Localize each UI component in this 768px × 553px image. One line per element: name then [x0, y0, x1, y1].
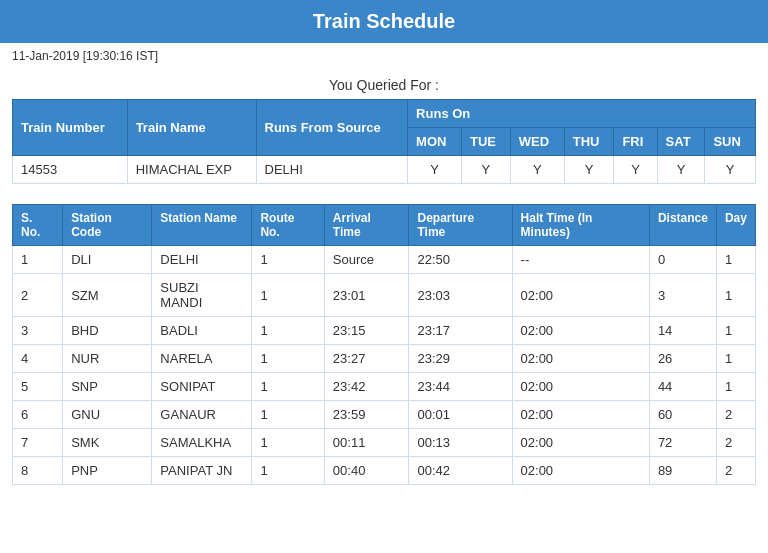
table-row: 7SMKSAMALKHA100:1100:1302:00722: [13, 429, 756, 457]
table-cell: BHD: [63, 317, 152, 345]
run-day-cell: Y: [614, 156, 657, 184]
table-cell: 1: [252, 429, 324, 457]
table-cell: 1: [252, 345, 324, 373]
table-cell: BADLI: [152, 317, 252, 345]
table-cell: 1: [716, 317, 755, 345]
table-cell: 23:44: [409, 373, 512, 401]
table-cell: PANIPAT JN: [152, 457, 252, 485]
table-cell: 1: [252, 246, 324, 274]
train-name-cell: HIMACHAL EXP: [127, 156, 256, 184]
sched-col-header: Arrival Time: [324, 205, 409, 246]
table-cell: 60: [649, 401, 716, 429]
table-cell: 2: [13, 274, 63, 317]
table-cell: 1: [252, 373, 324, 401]
table-cell: SNP: [63, 373, 152, 401]
table-cell: 1: [252, 401, 324, 429]
table-cell: 02:00: [512, 373, 649, 401]
table-row: 8PNPPANIPAT JN100:4000:4202:00892: [13, 457, 756, 485]
table-cell: 6: [13, 401, 63, 429]
table-cell: DELHI: [152, 246, 252, 274]
table-cell: 72: [649, 429, 716, 457]
table-cell: 26: [649, 345, 716, 373]
table-cell: NARELA: [152, 345, 252, 373]
table-cell: 14: [649, 317, 716, 345]
table-cell: 7: [13, 429, 63, 457]
table-cell: 1: [716, 373, 755, 401]
table-cell: 00:13: [409, 429, 512, 457]
table-cell: 1: [716, 246, 755, 274]
table-cell: 00:01: [409, 401, 512, 429]
run-day-cell: Y: [510, 156, 564, 184]
table-cell: DLI: [63, 246, 152, 274]
table-cell: 23:15: [324, 317, 409, 345]
page-header: Train Schedule: [0, 0, 768, 43]
table-cell: 4: [13, 345, 63, 373]
runs-from-source-cell: DELHI: [256, 156, 408, 184]
table-cell: 1: [252, 457, 324, 485]
table-row: 2SZMSUBZI MANDI123:0123:0302:0031: [13, 274, 756, 317]
day-header-wed: WED: [510, 128, 564, 156]
run-day-cell: Y: [657, 156, 705, 184]
table-cell: 22:50: [409, 246, 512, 274]
table-cell: 8: [13, 457, 63, 485]
table-cell: 3: [649, 274, 716, 317]
run-day-cell: Y: [461, 156, 510, 184]
table-row: 1DLIDELHI1Source22:50--01: [13, 246, 756, 274]
table-cell: SAMALKHA: [152, 429, 252, 457]
day-header-sun: SUN: [705, 128, 756, 156]
table-cell: --: [512, 246, 649, 274]
table-cell: 5: [13, 373, 63, 401]
table-cell: PNP: [63, 457, 152, 485]
schedule-table: S. No.Station CodeStation NameRoute No.A…: [12, 204, 756, 485]
table-cell: 44: [649, 373, 716, 401]
schedule-section: S. No.Station CodeStation NameRoute No.A…: [0, 196, 768, 497]
table-cell: 23:29: [409, 345, 512, 373]
table-cell: 00:11: [324, 429, 409, 457]
table-cell: 23:03: [409, 274, 512, 317]
sched-col-header: Halt Time (In Minutes): [512, 205, 649, 246]
table-cell: 02:00: [512, 317, 649, 345]
table-cell: 00:40: [324, 457, 409, 485]
sched-col-header: Day: [716, 205, 755, 246]
page-title: Train Schedule: [313, 10, 455, 32]
table-cell: 23:59: [324, 401, 409, 429]
table-cell: 1: [252, 274, 324, 317]
col-train-name: Train Name: [127, 100, 256, 156]
col-runs-from-source: Runs From Source: [256, 100, 408, 156]
table-cell: NUR: [63, 345, 152, 373]
table-cell: 02:00: [512, 401, 649, 429]
col-runs-on: Runs On: [408, 100, 756, 128]
col-train-number: Train Number: [13, 100, 128, 156]
table-cell: 02:00: [512, 457, 649, 485]
table-cell: 23:42: [324, 373, 409, 401]
day-header-fri: FRI: [614, 128, 657, 156]
table-cell: 02:00: [512, 345, 649, 373]
table-cell: 23:27: [324, 345, 409, 373]
train-info-table: Train Number Train Name Runs From Source…: [12, 99, 756, 184]
table-row: 3BHDBADLI123:1523:1702:00141: [13, 317, 756, 345]
table-cell: SUBZI MANDI: [152, 274, 252, 317]
table-cell: 0: [649, 246, 716, 274]
day-header-mon: MON: [408, 128, 462, 156]
day-header-sat: SAT: [657, 128, 705, 156]
table-cell: 89: [649, 457, 716, 485]
day-header-tue: TUE: [461, 128, 510, 156]
day-header-thu: THU: [564, 128, 614, 156]
train-info-section: Train Number Train Name Runs From Source…: [0, 99, 768, 196]
table-cell: 1: [716, 274, 755, 317]
table-cell: 2: [716, 457, 755, 485]
train-number-cell: 14553: [13, 156, 128, 184]
table-cell: 02:00: [512, 429, 649, 457]
table-row: 4NURNARELA123:2723:2902:00261: [13, 345, 756, 373]
table-cell: GNU: [63, 401, 152, 429]
table-cell: 02:00: [512, 274, 649, 317]
sched-col-header: Route No.: [252, 205, 324, 246]
table-cell: 23:01: [324, 274, 409, 317]
table-cell: 3: [13, 317, 63, 345]
sched-col-header: Departure Time: [409, 205, 512, 246]
table-cell: SONIPAT: [152, 373, 252, 401]
table-cell: 1: [716, 345, 755, 373]
run-day-cell: Y: [705, 156, 756, 184]
run-day-cell: Y: [564, 156, 614, 184]
sched-col-header: Station Name: [152, 205, 252, 246]
